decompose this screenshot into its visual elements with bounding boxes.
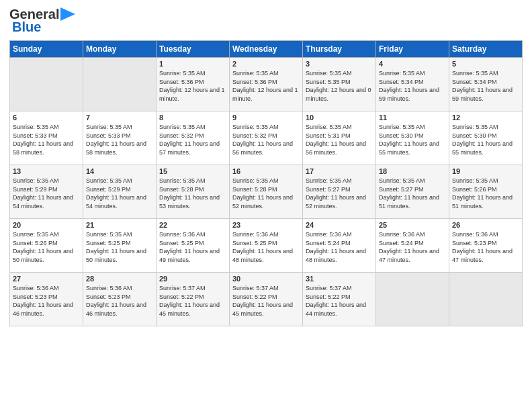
- day-info: Sunrise: 5:35 AMSunset: 5:32 PMDaylight:…: [159, 123, 226, 156]
- calendar-cell: 14Sunrise: 5:35 AMSunset: 5:29 PMDayligh…: [83, 165, 157, 219]
- day-info: Sunrise: 5:35 AMSunset: 5:27 PMDaylight:…: [379, 177, 446, 210]
- day-info: Sunrise: 5:35 AMSunset: 5:33 PMDaylight:…: [86, 123, 153, 156]
- day-number: 18: [379, 167, 446, 175]
- day-info: Sunrise: 5:35 AMSunset: 5:30 PMDaylight:…: [452, 123, 519, 156]
- day-number: 6: [13, 113, 80, 122]
- day-number: 11: [379, 113, 446, 122]
- day-info: Sunrise: 5:36 AMSunset: 5:24 PMDaylight:…: [306, 230, 373, 264]
- day-number: 29: [159, 275, 226, 283]
- day-info: Sunrise: 5:35 AMSunset: 5:31 PMDaylight:…: [306, 123, 373, 156]
- logo: General Blue: [9, 7, 75, 35]
- day-info: Sunrise: 5:37 AMSunset: 5:22 PMDaylight:…: [306, 284, 373, 318]
- day-number: 22: [159, 221, 226, 229]
- day-number: 21: [86, 221, 153, 229]
- calendar-cell: 10Sunrise: 5:35 AMSunset: 5:31 PMDayligh…: [303, 111, 376, 165]
- calendar-week-row: 13Sunrise: 5:35 AMSunset: 5:29 PMDayligh…: [10, 165, 523, 219]
- day-number: 20: [13, 221, 80, 229]
- day-info: Sunrise: 5:37 AMSunset: 5:22 PMDaylight:…: [159, 284, 226, 318]
- calendar-cell: 19Sunrise: 5:35 AMSunset: 5:26 PMDayligh…: [449, 165, 523, 219]
- day-info: Sunrise: 5:36 AMSunset: 5:23 PMDaylight:…: [86, 284, 153, 318]
- weekday-header-cell: Sunday: [10, 41, 83, 58]
- calendar-cell: 12Sunrise: 5:35 AMSunset: 5:30 PMDayligh…: [449, 111, 523, 165]
- logo-arrow-icon: [60, 7, 75, 21]
- logo-blue: Blue: [12, 19, 41, 35]
- weekday-header-cell: Wednesday: [230, 41, 303, 58]
- calendar-cell: 23Sunrise: 5:36 AMSunset: 5:25 PMDayligh…: [230, 219, 303, 273]
- calendar-cell: 22Sunrise: 5:36 AMSunset: 5:25 PMDayligh…: [157, 219, 230, 273]
- calendar-cell: [10, 58, 83, 111]
- day-info: Sunrise: 5:35 AMSunset: 5:36 PMDaylight:…: [159, 69, 226, 103]
- day-number: 13: [13, 167, 80, 175]
- calendar-cell: 31Sunrise: 5:37 AMSunset: 5:22 PMDayligh…: [303, 273, 376, 326]
- day-number: 19: [452, 167, 519, 175]
- day-info: Sunrise: 5:35 AMSunset: 5:32 PMDaylight:…: [232, 123, 300, 156]
- weekday-header-cell: Thursday: [303, 41, 376, 58]
- day-info: Sunrise: 5:35 AMSunset: 5:30 PMDaylight:…: [379, 123, 446, 156]
- day-number: 3: [306, 60, 373, 68]
- day-info: Sunrise: 5:35 AMSunset: 5:26 PMDaylight:…: [13, 230, 80, 264]
- day-info: Sunrise: 5:37 AMSunset: 5:22 PMDaylight:…: [232, 284, 300, 318]
- day-number: 30: [232, 275, 300, 283]
- calendar-cell: 18Sunrise: 5:35 AMSunset: 5:27 PMDayligh…: [376, 165, 449, 219]
- calendar-week-row: 27Sunrise: 5:36 AMSunset: 5:23 PMDayligh…: [10, 273, 523, 326]
- day-number: 9: [232, 113, 300, 122]
- calendar-cell: 24Sunrise: 5:36 AMSunset: 5:24 PMDayligh…: [303, 219, 376, 273]
- day-info: Sunrise: 5:36 AMSunset: 5:23 PMDaylight:…: [13, 284, 80, 318]
- weekday-header-cell: Saturday: [449, 41, 523, 58]
- calendar-cell: [83, 58, 157, 111]
- day-info: Sunrise: 5:35 AMSunset: 5:28 PMDaylight:…: [232, 177, 300, 210]
- day-number: 27: [13, 275, 80, 283]
- calendar-cell: 3Sunrise: 5:35 AMSunset: 5:35 PMDaylight…: [303, 58, 376, 111]
- day-number: 12: [452, 113, 519, 122]
- day-number: 26: [452, 221, 519, 229]
- calendar-cell: 16Sunrise: 5:35 AMSunset: 5:28 PMDayligh…: [230, 165, 303, 219]
- calendar-cell: 29Sunrise: 5:37 AMSunset: 5:22 PMDayligh…: [157, 273, 230, 326]
- day-info: Sunrise: 5:35 AMSunset: 5:26 PMDaylight:…: [452, 177, 519, 210]
- day-info: Sunrise: 5:36 AMSunset: 5:25 PMDaylight:…: [159, 230, 226, 264]
- weekday-header-row: SundayMondayTuesdayWednesdayThursdayFrid…: [10, 41, 523, 58]
- day-info: Sunrise: 5:35 AMSunset: 5:34 PMDaylight:…: [379, 69, 446, 103]
- day-info: Sunrise: 5:35 AMSunset: 5:29 PMDaylight:…: [13, 177, 80, 210]
- day-info: Sunrise: 5:35 AMSunset: 5:35 PMDaylight:…: [306, 69, 373, 103]
- day-number: 28: [86, 275, 153, 283]
- calendar-cell: 15Sunrise: 5:35 AMSunset: 5:28 PMDayligh…: [157, 165, 230, 219]
- calendar-cell: 20Sunrise: 5:35 AMSunset: 5:26 PMDayligh…: [10, 219, 83, 273]
- day-number: 7: [86, 113, 153, 122]
- calendar-cell: 17Sunrise: 5:35 AMSunset: 5:27 PMDayligh…: [303, 165, 376, 219]
- day-number: 25: [379, 221, 446, 229]
- day-number: 8: [159, 113, 226, 122]
- day-number: 4: [379, 60, 446, 68]
- calendar-cell: 9Sunrise: 5:35 AMSunset: 5:32 PMDaylight…: [230, 111, 303, 165]
- day-info: Sunrise: 5:35 AMSunset: 5:25 PMDaylight:…: [86, 230, 153, 264]
- day-number: 15: [159, 167, 226, 175]
- calendar-cell: [449, 273, 523, 326]
- calendar-cell: 26Sunrise: 5:36 AMSunset: 5:23 PMDayligh…: [449, 219, 523, 273]
- calendar-cell: 13Sunrise: 5:35 AMSunset: 5:29 PMDayligh…: [10, 165, 83, 219]
- day-number: 31: [306, 275, 373, 283]
- day-number: 1: [159, 60, 226, 68]
- page-container: General Blue SundayMondayTuesdayWednesda…: [0, 0, 532, 333]
- calendar-cell: 6Sunrise: 5:35 AMSunset: 5:33 PMDaylight…: [10, 111, 83, 165]
- calendar-week-row: 1Sunrise: 5:35 AMSunset: 5:36 PMDaylight…: [10, 58, 523, 111]
- calendar-cell: 30Sunrise: 5:37 AMSunset: 5:22 PMDayligh…: [230, 273, 303, 326]
- calendar-cell: 8Sunrise: 5:35 AMSunset: 5:32 PMDaylight…: [157, 111, 230, 165]
- weekday-header-cell: Tuesday: [157, 41, 230, 58]
- day-info: Sunrise: 5:36 AMSunset: 5:25 PMDaylight:…: [232, 230, 300, 264]
- day-info: Sunrise: 5:35 AMSunset: 5:33 PMDaylight:…: [13, 123, 80, 156]
- day-number: 23: [232, 221, 300, 229]
- day-info: Sunrise: 5:35 AMSunset: 5:28 PMDaylight:…: [159, 177, 226, 210]
- calendar-week-row: 6Sunrise: 5:35 AMSunset: 5:33 PMDaylight…: [10, 111, 523, 165]
- calendar-cell: 21Sunrise: 5:35 AMSunset: 5:25 PMDayligh…: [83, 219, 157, 273]
- day-number: 16: [232, 167, 300, 175]
- day-info: Sunrise: 5:36 AMSunset: 5:24 PMDaylight:…: [379, 230, 446, 264]
- day-number: 17: [306, 167, 373, 175]
- calendar-cell: 7Sunrise: 5:35 AMSunset: 5:33 PMDaylight…: [83, 111, 157, 165]
- day-info: Sunrise: 5:35 AMSunset: 5:29 PMDaylight:…: [86, 177, 153, 210]
- calendar-cell: 2Sunrise: 5:35 AMSunset: 5:36 PMDaylight…: [230, 58, 303, 111]
- day-info: Sunrise: 5:36 AMSunset: 5:23 PMDaylight:…: [452, 230, 519, 264]
- calendar-cell: 5Sunrise: 5:35 AMSunset: 5:34 PMDaylight…: [449, 58, 523, 111]
- day-number: 2: [232, 60, 300, 68]
- weekday-header-cell: Friday: [376, 41, 449, 58]
- calendar-body: 1Sunrise: 5:35 AMSunset: 5:36 PMDaylight…: [10, 58, 523, 326]
- day-number: 24: [306, 221, 373, 229]
